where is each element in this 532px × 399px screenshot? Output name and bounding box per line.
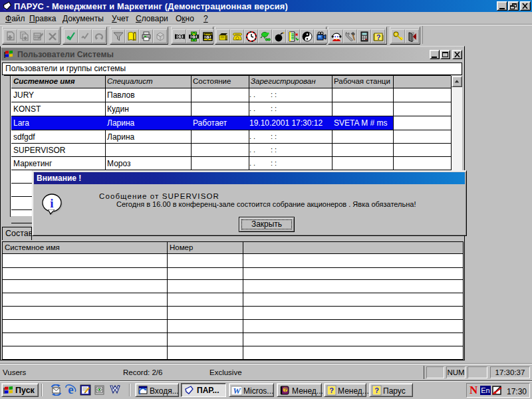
svg-text:?: ? — [329, 386, 334, 394]
svg-text:?: ? — [376, 33, 381, 41]
svg-text:?: ? — [283, 386, 287, 393]
svg-text:i: i — [50, 196, 53, 210]
svg-text:?: ? — [374, 386, 379, 394]
svg-text:W: W — [233, 386, 241, 396]
